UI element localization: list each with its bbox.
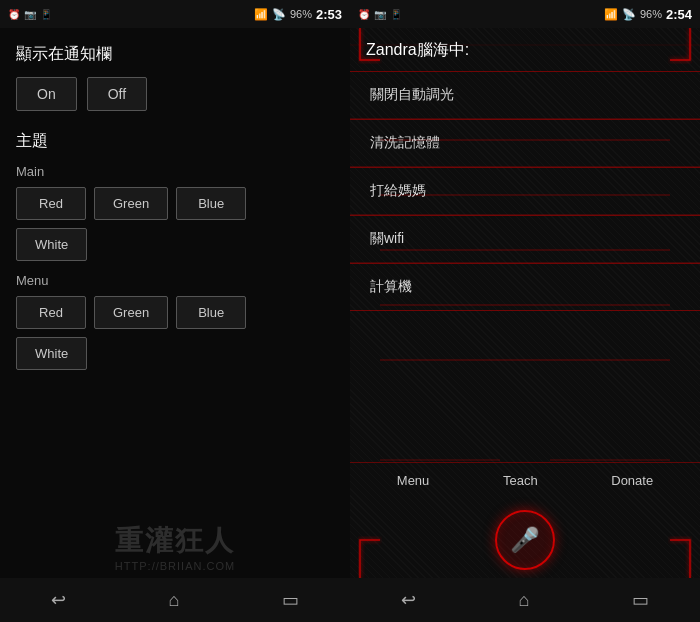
menu-green-button[interactable]: Green bbox=[94, 296, 168, 329]
menu-red-button[interactable]: Red bbox=[16, 296, 86, 329]
bottom-actions: Menu Teach Donate bbox=[350, 462, 700, 498]
signal-icon-left: 📡 bbox=[272, 8, 286, 21]
right-panel: ⏰ 📷 📱 📶 📡 96% 2:54 bbox=[350, 0, 700, 622]
main-green-button[interactable]: Green bbox=[94, 187, 168, 220]
recent-button-left[interactable]: ▭ bbox=[262, 581, 319, 619]
menu-item-0[interactable]: 關閉自動調光 bbox=[350, 71, 700, 119]
phone-icon-right: 📱 bbox=[390, 9, 402, 20]
nav-bar-right: ↩ ⌂ ▭ bbox=[350, 578, 700, 622]
donate-action-button[interactable]: Donate bbox=[603, 469, 661, 492]
menu-white-button[interactable]: White bbox=[16, 337, 87, 370]
menu-label: Menu bbox=[16, 273, 334, 288]
theme-title: 主題 bbox=[16, 131, 334, 152]
header-title: Zandra腦海中: bbox=[350, 36, 700, 71]
back-button-right[interactable]: ↩ bbox=[381, 581, 436, 619]
main-white-button[interactable]: White bbox=[16, 228, 87, 261]
home-button-left[interactable]: ⌂ bbox=[149, 582, 200, 619]
mic-button[interactable]: 🎤 bbox=[495, 510, 555, 570]
menu-blue-button[interactable]: Blue bbox=[176, 296, 246, 329]
menu-white-row: White bbox=[16, 337, 334, 370]
alarm-icon: ⏰ bbox=[8, 9, 20, 20]
mic-icon: 🎤 bbox=[510, 526, 540, 554]
watermark-sub: HTTP://BRIIAN.COM bbox=[10, 560, 340, 572]
alarm-icon-right: ⏰ bbox=[358, 9, 370, 20]
menu-item-3[interactable]: 關wifi bbox=[350, 215, 700, 263]
menu-theme-grid: Red Green Blue bbox=[16, 296, 334, 329]
time-right: 2:54 bbox=[666, 7, 692, 22]
main-blue-button[interactable]: Blue bbox=[176, 187, 246, 220]
left-panel: ⏰ 📷 📱 📶 📡 96% 2:53 顯示在通知欄 On Off 主題 Main… bbox=[0, 0, 350, 622]
main-label: Main bbox=[16, 164, 334, 179]
time-left: 2:53 bbox=[316, 7, 342, 22]
recent-button-right[interactable]: ▭ bbox=[612, 581, 669, 619]
main-white-row: White bbox=[16, 228, 334, 261]
battery-left: 96% bbox=[290, 8, 312, 20]
status-bar-left: ⏰ 📷 📱 📶 📡 96% 2:53 bbox=[0, 0, 350, 28]
home-button-right[interactable]: ⌂ bbox=[499, 582, 550, 619]
off-button[interactable]: Off bbox=[87, 77, 147, 111]
watermark-main: 重灌狂人 bbox=[10, 522, 340, 560]
phone-icon: 📱 bbox=[40, 9, 52, 20]
nav-bar-left: ↩ ⌂ ▭ bbox=[0, 578, 350, 622]
signal-icon-right: 📡 bbox=[622, 8, 636, 21]
battery-right: 96% bbox=[640, 8, 662, 20]
screenshot-icon: 📷 bbox=[24, 9, 36, 20]
main-red-button[interactable]: Red bbox=[16, 187, 86, 220]
right-content: Zandra腦海中: 關閉自動調光 清洗記憶體 打給媽媽 關wifi 計算機 M… bbox=[350, 28, 700, 578]
status-icons-right: ⏰ 📷 📱 bbox=[358, 9, 402, 20]
mic-area: 🎤 bbox=[350, 498, 700, 578]
menu-item-1[interactable]: 清洗記憶體 bbox=[350, 119, 700, 167]
notification-title: 顯示在通知欄 bbox=[16, 44, 334, 65]
on-button[interactable]: On bbox=[16, 77, 77, 111]
left-content: 顯示在通知欄 On Off 主題 Main Red Green Blue Whi… bbox=[0, 28, 350, 578]
menu-item-4[interactable]: 計算機 bbox=[350, 263, 700, 311]
back-button-left[interactable]: ↩ bbox=[31, 581, 86, 619]
wifi-icon-right: 📶 bbox=[604, 8, 618, 21]
menu-items-list: 關閉自動調光 清洗記憶體 打給媽媽 關wifi 計算機 bbox=[350, 71, 700, 462]
watermark: 重灌狂人 HTTP://BRIIAN.COM bbox=[10, 522, 340, 572]
screenshot-icon-right: 📷 bbox=[374, 9, 386, 20]
menu-action-button[interactable]: Menu bbox=[389, 469, 438, 492]
menu-item-2[interactable]: 打給媽媽 bbox=[350, 167, 700, 215]
toggle-group: On Off bbox=[16, 77, 334, 111]
status-icons-left: ⏰ 📷 📱 bbox=[8, 9, 52, 20]
teach-action-button[interactable]: Teach bbox=[495, 469, 546, 492]
wifi-icon-left: 📶 bbox=[254, 8, 268, 21]
status-bar-right: ⏰ 📷 📱 📶 📡 96% 2:54 bbox=[350, 0, 700, 28]
main-theme-grid: Red Green Blue bbox=[16, 187, 334, 220]
